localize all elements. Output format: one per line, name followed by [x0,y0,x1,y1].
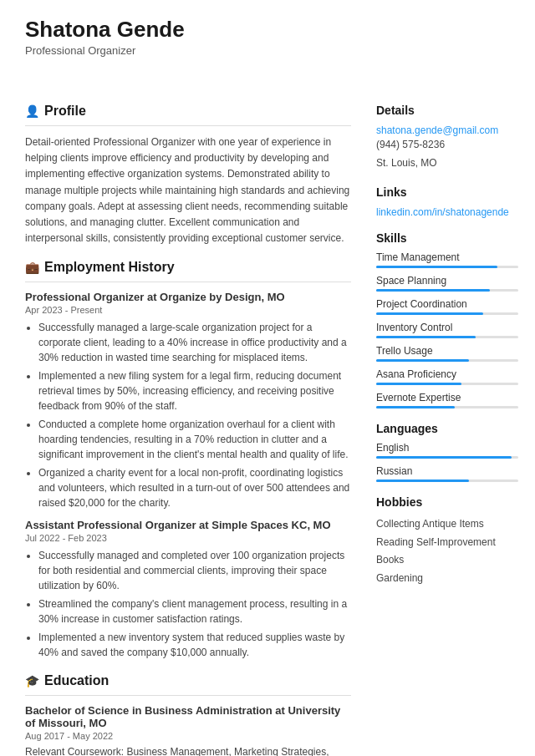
job-title-1: Professional Organizer at Organize by De… [25,291,351,303]
skill-bar-bg [376,456,518,459]
skill-bar-fill [376,479,469,482]
skill-bar-fill [376,456,512,459]
location-text: St. Louis, MO [376,155,518,173]
employment-section-title: 💼 Employment History [25,260,351,275]
skill-bar-bg [376,359,518,362]
skill-bar-fill [376,359,469,362]
skill-bar-fill [376,383,461,385]
job-bullet: Successfully managed a large-scale organ… [38,320,351,365]
hobby-item-2: Reading Self-Improvement Books [376,534,518,570]
edu-text-1: Relevant Coursework: Business Management… [25,744,351,756]
skill-bar-fill [376,289,490,292]
job-bullet: Streamlined the company's client managem… [38,596,351,627]
employment-divider [25,282,351,282]
skill-item-time-management: Time Management [376,251,518,268]
skill-bar-bg [376,289,518,292]
lang-name: English [376,442,518,454]
skill-bar-bg [376,479,518,482]
skill-name: Time Management [376,251,518,263]
resume-header: Shatona Gende Professional Organizer [0,0,535,65]
links-section-title: Links [376,185,518,199]
hobbies-section-title: Hobbies [376,495,518,509]
skill-bar-bg [376,383,518,385]
skill-bar-fill [376,312,483,315]
job-bullet: Conducted a complete home organization o… [38,417,351,462]
job-dates-1: Apr 2023 - Present [25,305,351,315]
education-divider [25,695,351,696]
skill-bar-bg [376,266,518,268]
job-bullets-1: Successfully managed a large-scale organ… [25,320,351,510]
job-bullet: Implemented a new inventory system that … [38,630,351,660]
job-bullets-2: Successfully managed and completed over … [25,548,351,660]
skill-bar-fill [376,266,497,268]
skill-bar-bg [376,406,518,408]
edu-dates-1: Aug 2017 - May 2022 [25,731,351,741]
email-link[interactable]: shatona.gende@gmail.com [376,124,498,136]
skill-item-trello-usage: Trello Usage [376,345,518,362]
skills-section-title: Skills [376,231,518,245]
skill-item-asana-proficiency: Asana Proficiency [376,368,518,385]
skill-bar-fill [376,406,455,408]
employment-icon: 💼 [25,261,39,274]
hobby-item-3: Gardening [376,570,518,588]
hobby-item-1: Collecting Antique Items [376,515,518,534]
job-dates-2: Jul 2022 - Feb 2023 [25,533,351,543]
details-section-title: Details [376,104,518,117]
phone-text: (944) 575-8236 [376,136,518,155]
education-icon: 🎓 [25,674,39,688]
lang-item-russian: Russian [376,465,518,482]
edu-degree-1: Bachelor of Science in Business Administ… [25,704,351,729]
profile-icon: 👤 [25,104,39,118]
linkedin-link[interactable]: linkedin.com/in/shatonagende [376,206,509,218]
skill-item-evernote-expertise: Evernote Expertise [376,392,518,408]
profile-section-title: 👤 Profile [25,104,351,119]
skill-name: Space Planning [376,275,518,287]
job-bullet: Successfully managed and completed over … [38,548,351,593]
skill-item-project-coordination: Project Coordination [376,298,518,315]
profile-text: Detail-oriented Professional Organizer w… [25,134,351,246]
skill-item-inventory-control: Inventory Control [376,322,518,338]
resume-body: 👤 Profile Detail-oriented Professional O… [0,65,535,756]
skill-bar-bg [376,336,518,338]
job-bullet: Implemented a new filing system for a le… [38,368,351,414]
education-section-title: 🎓 Education [25,673,351,688]
lang-item-english: English [376,442,518,459]
languages-section-title: Languages [376,422,518,435]
skill-name: Asana Proficiency [376,368,518,380]
job-title-2: Assistant Professional Organizer at Simp… [25,519,351,531]
skill-name: Trello Usage [376,345,518,357]
skill-name: Evernote Expertise [376,392,518,403]
candidate-name: Shatona Gende [25,17,510,43]
lang-name: Russian [376,465,518,477]
skill-item-space-planning: Space Planning [376,275,518,292]
skill-name: Inventory Control [376,322,518,333]
right-column: Details shatona.gende@gmail.com (944) 57… [368,90,535,756]
skill-name: Project Coordination [376,298,518,310]
candidate-title: Professional Organizer [25,44,510,57]
skill-bar-bg [376,312,518,315]
profile-divider [25,125,351,126]
skill-bar-fill [376,336,476,338]
left-column: 👤 Profile Detail-oriented Professional O… [0,90,368,756]
job-bullet: Organized a charity event for a local no… [38,465,351,510]
